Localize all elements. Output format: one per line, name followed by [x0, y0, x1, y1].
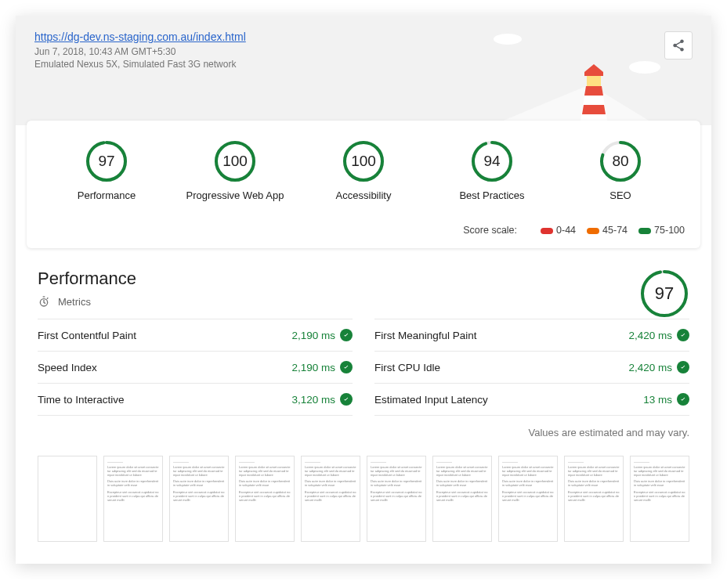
svg-rect-7: [584, 72, 603, 76]
gauge-label: Performance: [42, 189, 171, 201]
report-timestamp: Jun 7, 2018, 10:43 AM GMT+5:30: [34, 46, 693, 57]
gauge-item[interactable]: 100 Progressive Web App: [171, 139, 299, 201]
gauge-circle: 100: [342, 139, 385, 183]
share-icon: [671, 38, 685, 52]
svg-rect-6: [587, 75, 601, 86]
metric-name: First Contentful Paint: [38, 330, 136, 341]
score-scale-range: 0-44: [541, 225, 576, 236]
filmstrip-thumb: ———— Lorem ipsum dolor sit amet consecte…: [630, 456, 689, 542]
performance-gauge: 97: [639, 269, 689, 319]
metric-value: 2,420 ms: [628, 329, 689, 341]
score-scale-label: Score scale:: [463, 225, 517, 236]
svg-point-0: [494, 34, 522, 45]
metric-name: Estimated Input Latency: [374, 394, 488, 406]
svg-marker-4: [584, 86, 603, 96]
metric-row: Time to Interactive 3,120 ms: [38, 383, 353, 416]
metric-row: First CPU Idle 2,420 ms: [374, 351, 689, 383]
gauge-circle: 100: [213, 139, 257, 183]
check-icon: [677, 329, 689, 341]
score-card: 97 Performance 100 Progressive Web App 1…: [27, 121, 700, 248]
report-device: Emulated Nexus 5X, Simulated Fast 3G net…: [34, 59, 693, 70]
gauge-circle: 80: [599, 139, 642, 183]
metric-row: First Meaningful Paint 2,420 ms: [374, 319, 689, 351]
svg-marker-5: [582, 105, 606, 114]
metric-name: Speed Index: [38, 362, 97, 373]
check-icon: [340, 361, 353, 373]
gauge-item[interactable]: 80 SEO: [556, 139, 685, 201]
score-scale: Score scale: 0-4445-7475-100: [42, 225, 685, 236]
filmstrip-thumb: ———— Lorem ipsum dolor sit amet consecte…: [169, 456, 229, 542]
svg-marker-3: [580, 86, 608, 125]
check-icon: [677, 361, 689, 373]
gauge-label: Accessibility: [299, 189, 428, 201]
metric-row: Estimated Input Latency 13 ms: [374, 383, 689, 416]
filmstrip: ———— Lorem ipsum dolor sit amet consecte…: [38, 456, 689, 542]
metric-value: 2,420 ms: [628, 361, 689, 373]
metrics-label: Metrics: [58, 296, 91, 308]
metric-name: First Meaningful Paint: [374, 330, 477, 341]
lighthouse-report: https://dg-dev.ns-staging.com.au/index.h…: [16, 16, 711, 564]
performance-title: Performance: [38, 269, 136, 289]
metrics-grid: First Contentful Paint 2,190 ms First Me…: [38, 319, 689, 416]
gauge-label: Progressive Web App: [171, 189, 299, 201]
report-url[interactable]: https://dg-dev.ns-staging.com.au/index.h…: [34, 31, 246, 43]
gauge-circle: 97: [85, 139, 128, 183]
gauge-item[interactable]: 100 Accessibility: [299, 139, 428, 201]
gauges-row: 97 Performance 100 Progressive Web App 1…: [42, 139, 685, 201]
gauge-label: Best Practices: [428, 189, 556, 201]
filmstrip-thumb: ———— Lorem ipsum dolor sit amet consecte…: [367, 456, 426, 542]
share-button[interactable]: [664, 31, 693, 60]
gauge-circle: 94: [470, 139, 514, 183]
metric-value: 13 ms: [643, 393, 689, 406]
gauge-item[interactable]: 97 Performance: [42, 139, 171, 201]
stopwatch-icon: [38, 295, 50, 308]
metric-row: First Contentful Paint 2,190 ms: [38, 319, 353, 351]
filmstrip-thumb: ———— Lorem ipsum dolor sit amet consecte…: [498, 456, 558, 542]
metric-name: First CPU Idle: [374, 362, 440, 373]
filmstrip-thumb: ———— Lorem ipsum dolor sit amet consecte…: [103, 456, 163, 542]
metrics-heading: Metrics: [38, 295, 136, 308]
filmstrip-thumb: ———— Lorem ipsum dolor sit amet consecte…: [301, 456, 360, 542]
metric-name: Time to Interactive: [38, 394, 125, 406]
metric-row: Speed Index 2,190 ms: [38, 351, 353, 383]
check-icon: [340, 329, 353, 341]
metric-value: 2,190 ms: [291, 361, 353, 373]
check-icon: [340, 393, 353, 406]
score-scale-range: 45-74: [587, 225, 628, 236]
score-scale-range: 75-100: [638, 225, 685, 236]
filmstrip-thumb: ———— Lorem ipsum dolor sit amet consecte…: [432, 456, 492, 542]
metric-value: 3,120 ms: [291, 393, 353, 406]
performance-section: Performance Metrics 97 First Contentful …: [16, 253, 711, 564]
lighthouse-illustration: [492, 31, 664, 125]
metrics-disclaimer: Values are estimated and may vary.: [38, 427, 689, 438]
gauge-item[interactable]: 94 Best Practices: [428, 139, 556, 201]
check-icon: [677, 393, 689, 406]
report-header: https://dg-dev.ns-staging.com.au/index.h…: [16, 16, 711, 125]
filmstrip-thumb: ———— Lorem ipsum dolor sit amet consecte…: [235, 456, 295, 542]
filmstrip-thumb: ———— Lorem ipsum dolor sit amet consecte…: [564, 456, 624, 542]
filmstrip-thumb: [38, 456, 97, 542]
gauge-label: SEO: [556, 189, 685, 201]
metric-value: 2,190 ms: [291, 329, 353, 341]
svg-marker-2: [492, 85, 656, 125]
